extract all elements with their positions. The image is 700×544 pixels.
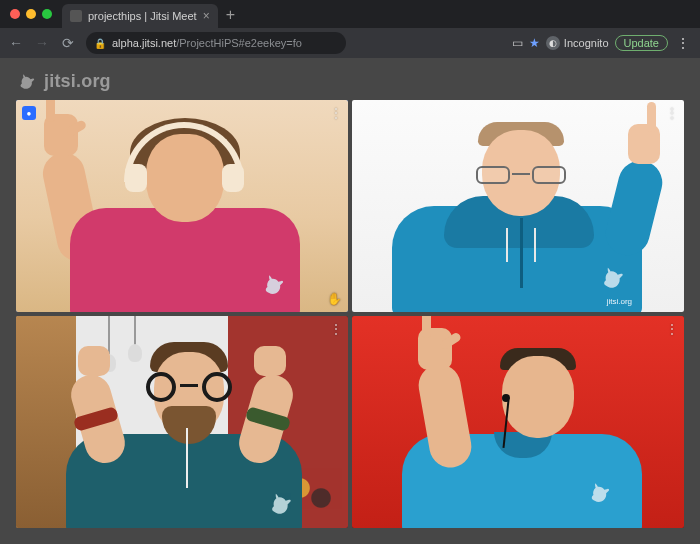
shirt-jitsi-logo-icon <box>260 270 288 298</box>
jitsi-logo-icon <box>16 70 38 92</box>
url-path: /ProjectHiPS#e2eekey=fo <box>176 37 302 49</box>
toolbar: ← → ⟳ 🔒 alpha.jitsi.net/ProjectHiPS#e2ee… <box>0 28 700 58</box>
bookmark-star-icon[interactable]: ★ <box>529 36 540 50</box>
participant-video <box>352 316 684 528</box>
tile-menu-icon[interactable]: ⋮ <box>330 322 342 336</box>
lock-icon: 🔒 <box>94 38 106 49</box>
window-close-icon[interactable] <box>10 9 20 19</box>
tab-strip: projecthips | Jitsi Meet × + <box>0 0 700 28</box>
shirt-jitsi-logo-icon <box>586 478 614 506</box>
toolbar-right: ▭ ★ ◐ Incognito Update ⋮ <box>512 35 692 51</box>
shirt-jitsi-logo-icon <box>598 262 628 292</box>
shirt-jitsi-logo-icon <box>266 488 296 518</box>
brand-text: jitsi.org <box>44 71 111 92</box>
video-grid: ● ⋮ ✋ jitsi.org ⋮ <box>16 100 684 528</box>
nav-back-icon[interactable]: ← <box>8 35 24 51</box>
participant-video: jitsi.org <box>352 100 684 312</box>
tab-favicon-icon <box>70 10 82 22</box>
video-tile-2[interactable]: jitsi.org ⋮ <box>352 100 684 312</box>
menu-kebab-icon[interactable]: ⋮ <box>674 35 692 51</box>
cast-icon[interactable]: ▭ <box>512 36 523 50</box>
address-bar[interactable]: 🔒 alpha.jitsi.net/ProjectHiPS#e2eekey=fo <box>86 32 346 54</box>
tab-close-icon[interactable]: × <box>203 10 210 22</box>
tile-menu-icon[interactable]: ⋮ <box>666 322 678 336</box>
tile-menu-icon[interactable]: ⋮ <box>666 106 678 120</box>
window-zoom-icon[interactable] <box>42 9 52 19</box>
new-tab-button[interactable]: + <box>218 6 243 28</box>
tab-title: projecthips | Jitsi Meet <box>88 10 197 22</box>
nav-forward-icon[interactable]: → <box>34 35 50 51</box>
incognito-icon: ◐ <box>546 36 560 50</box>
window-minimize-icon[interactable] <box>26 9 36 19</box>
window-controls <box>6 0 58 28</box>
incognito-label: Incognito <box>564 37 609 49</box>
video-tile-4[interactable]: ⋮ <box>352 316 684 528</box>
video-tile-3[interactable]: ⋮ <box>16 316 348 528</box>
browser-tab[interactable]: projecthips | Jitsi Meet × <box>62 4 218 28</box>
incognito-indicator[interactable]: ◐ Incognito <box>546 36 609 50</box>
update-button[interactable]: Update <box>615 35 668 51</box>
participant-video <box>16 316 348 528</box>
nav-reload-icon[interactable]: ⟳ <box>60 35 76 51</box>
url-host: alpha.jitsi.net <box>112 37 176 49</box>
participant-video <box>16 100 348 312</box>
jitsi-brand[interactable]: jitsi.org <box>16 70 684 92</box>
dominant-speaker-badge-icon: ● <box>22 106 36 120</box>
url-text: alpha.jitsi.net/ProjectHiPS#e2eekey=fo <box>112 37 302 49</box>
shirt-text: jitsi.org <box>607 297 632 306</box>
raised-hand-icon: ✋ <box>327 292 342 306</box>
jitsi-page: jitsi.org ● ⋮ ✋ <box>0 58 700 544</box>
video-tile-1[interactable]: ● ⋮ ✋ <box>16 100 348 312</box>
tile-menu-icon[interactable]: ⋮ <box>330 106 342 120</box>
browser-window: projecthips | Jitsi Meet × + ← → ⟳ 🔒 alp… <box>0 0 700 544</box>
